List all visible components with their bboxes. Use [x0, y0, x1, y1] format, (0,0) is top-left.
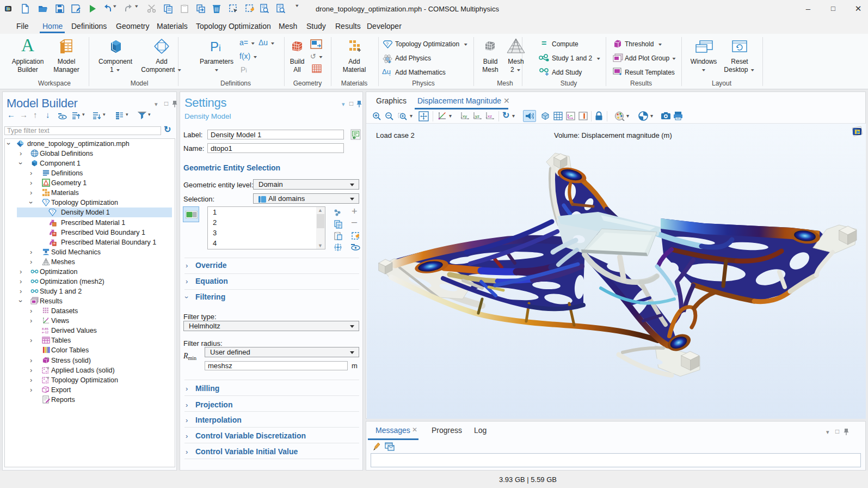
svg-text:xz: xz	[488, 114, 492, 119]
svg-text:xy: xy	[463, 114, 467, 119]
svg-text:?: ?	[386, 41, 389, 47]
svg-text:yz: yz	[475, 114, 479, 119]
